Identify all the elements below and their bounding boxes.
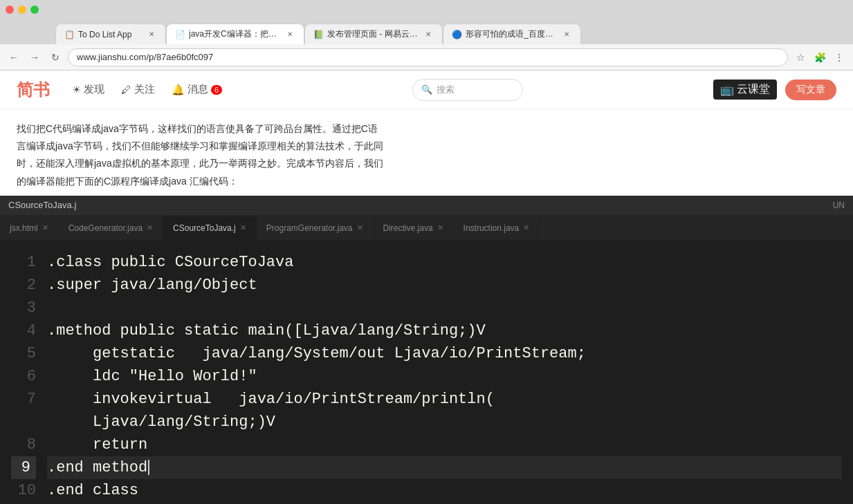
discover-icon: ☀ [72,84,81,96]
editor-tab-codegen-close[interactable]: ✕ [147,223,153,232]
article-content: 找们把C代码编译成java字节码，这样找们的语言使具备了可跨品台属性。通过把C语… [0,109,853,196]
ln-1: 1 [11,251,36,274]
back-button[interactable]: ← [6,49,22,66]
jianshu-nav: ☀ 发现 🖊 关注 🔔 消息 6 [72,83,222,96]
jianshu-right: 📺 云课堂 写文章 [713,80,836,100]
ln-2: 2 [11,274,36,297]
jianshu-nav-follow[interactable]: 🖊 关注 [121,83,155,96]
refresh-button[interactable]: ↻ [47,49,64,66]
editor-tab-instruction-label: Instruction.java [464,223,520,233]
code-line-3 [47,297,842,319]
forward-button[interactable]: → [26,49,43,66]
jianshu-logo[interactable]: 简书 [17,79,50,101]
nav-bar: ← → ↻ www.jianshu.com/p/87ae6b0fc097 ☆ 🧩… [0,44,853,71]
editor-tab-jsx[interactable]: jsx.html ✕ [0,216,59,240]
address-bar[interactable]: www.jianshu.com/p/87ae6b0fc097 [68,48,788,66]
code-line-4: .method public static main([Ljava/lang/S… [47,319,842,342]
traffic-light-green[interactable] [30,6,39,14]
tab-icon-java: 📄 [175,30,185,39]
menu-button[interactable]: ⋮ [831,49,847,66]
search-icon: 🔍 [421,84,432,95]
code-area[interactable]: 1 2 3 4 5 6 7 8 9 10 11 .class public CS… [0,240,853,504]
jianshu-topbar: 简书 ☀ 发现 🖊 关注 🔔 消息 6 [0,71,853,109]
article-line-1: 找们把C代码编译成java字节码，这样找们的语言使具备了可跨品台属性。通过把C语 [17,120,836,138]
traffic-lights [6,6,39,14]
tab-title-baidu: 形容可怕的成语_百度搜索 [466,28,557,40]
jianshu-search[interactable]: 🔍 搜索 [412,79,523,101]
editor-tab-directive[interactable]: Directive.java ✕ [374,216,454,240]
editor-title-bar: CSourceToJava.j UN [0,196,853,215]
follow-icon: 🖊 [121,84,131,95]
notification-badge: 6 [211,85,222,95]
ln-3: 3 [11,297,36,319]
code-line-8: return [47,433,842,456]
cloud-icon: 📺 [720,83,734,96]
tab-title-todo: To Do List App [78,30,142,39]
code-line-10: .end class [47,479,842,502]
code-lines: .class public CSourceToJava .super java/… [42,240,853,504]
article-line-2: 言编译成java字节码，找们不但能够继续学习和掌握编译原理相关的算法技术，于此同 [17,138,836,155]
ln-7: 7 [11,388,36,411]
jianshu-nav-discover[interactable]: ☀ 发现 [72,83,104,96]
extensions-button[interactable]: 🧩 [811,49,828,66]
ln-4: 4 [11,319,36,342]
editor-tab-program-close[interactable]: ✕ [357,223,363,232]
editor-tab-directive-label: Directive.java [383,223,433,233]
jianshu-nav-message[interactable]: 🔔 消息 6 [172,83,222,96]
code-line-2: .super java/lang/Object [47,274,842,297]
editor-title-text: CSourceToJava.j [8,200,76,210]
editor-tab-jsx-close[interactable]: ✕ [42,223,48,232]
tab-icon-todo: 📋 [64,30,74,39]
code-line-1: .class public CSourceToJava [47,251,842,274]
tab-bar: 📋 To Do List App ✕ 📄 java开发C编译器：把C程序编… ✕… [0,19,853,44]
tab-close-cloud[interactable]: ✕ [423,29,434,40]
tab-icon-cloud: 📗 [313,30,323,39]
tab-todo[interactable]: 📋 To Do List App ✕ [55,24,166,44]
editor-tab-program-label: ProgramGenerator.java [266,223,353,233]
editor-tab-csource-label: CSourceToJava.j [173,223,236,233]
ln-9: 9 [11,456,36,479]
editor-tab-instruction-close[interactable]: ✕ [523,223,529,232]
tab-title-cloud: 发布管理页面 - 网易云课堂 [327,28,419,40]
article-line-4: 的编译器能把下面的C源程序编译成java 汇编代码： [17,173,836,190]
jianshu-section: 简书 ☀ 发现 🖊 关注 🔔 消息 6 [0,71,853,196]
tab-title-java: java开发C编译器：把C程序编… [189,28,280,40]
editor-tab-csource[interactable]: CSourceToJava.j ✕ [163,216,257,240]
article-line-3: 时，还能深入理解java虚拟机的基本原理，此乃一举两得之妙。完成本节内容后，我们 [17,155,836,172]
line-numbers: 1 2 3 4 5 6 7 8 9 10 11 [0,240,42,504]
tab-close-baidu[interactable]: ✕ [561,29,572,40]
ln-6: 6 [11,365,36,388]
tab-java[interactable]: 📄 java开发C编译器：把C程序编… ✕ [166,24,304,44]
editor-tab-instruction[interactable]: Instruction.java ✕ [454,216,540,240]
tab-close-java[interactable]: ✕ [284,29,295,40]
editor-corner-text: UN [833,200,845,210]
bookmark-button[interactable]: ☆ [792,49,809,66]
editor-tab-jsx-label: jsx.html [10,223,38,233]
address-text: www.jianshu.com/p/87ae6b0fc097 [77,52,213,62]
nav-right-buttons: ☆ 🧩 ⋮ [792,49,847,66]
editor-tab-codegen-label: CodeGenerator.java [68,223,143,233]
code-line-9: .end method [47,456,842,479]
main-content: 简书 ☀ 发现 🖊 关注 🔔 消息 6 [0,71,853,504]
ln-5: 5 [11,342,36,365]
editor-tab-directive-close[interactable]: ✕ [437,223,443,232]
ln-10: 10 [11,479,36,502]
traffic-light-red[interactable] [6,6,14,14]
editor-tab-program[interactable]: ProgramGenerator.java ✕ [257,216,374,240]
code-line-7b: Ljava/lang/String;)V [47,411,842,433]
write-button[interactable]: 写文章 [785,80,836,100]
editor-tab-csource-close[interactable]: ✕ [240,223,246,232]
traffic-light-yellow[interactable] [18,6,26,14]
ln-8: 8 [11,433,36,456]
tab-baidu[interactable]: 🔵 形容可怕的成语_百度搜索 ✕ [443,24,581,44]
tab-close-todo[interactable]: ✕ [146,29,157,40]
code-line-7: invokevirtual java/io/PrintStream/printl… [47,388,842,411]
editor-tab-codegen[interactable]: CodeGenerator.java ✕ [59,216,163,240]
ln-7b [11,411,36,433]
tab-cloud[interactable]: 📗 发布管理页面 - 网易云课堂 ✕ [304,24,443,44]
title-bar [0,0,853,19]
search-placeholder: 搜索 [437,84,455,96]
tab-icon-baidu: 🔵 [452,30,461,39]
code-line-6: ldc "Hello World!" [47,365,842,388]
editor-tabs: jsx.html ✕ CodeGenerator.java ✕ CSourceT… [0,215,853,240]
